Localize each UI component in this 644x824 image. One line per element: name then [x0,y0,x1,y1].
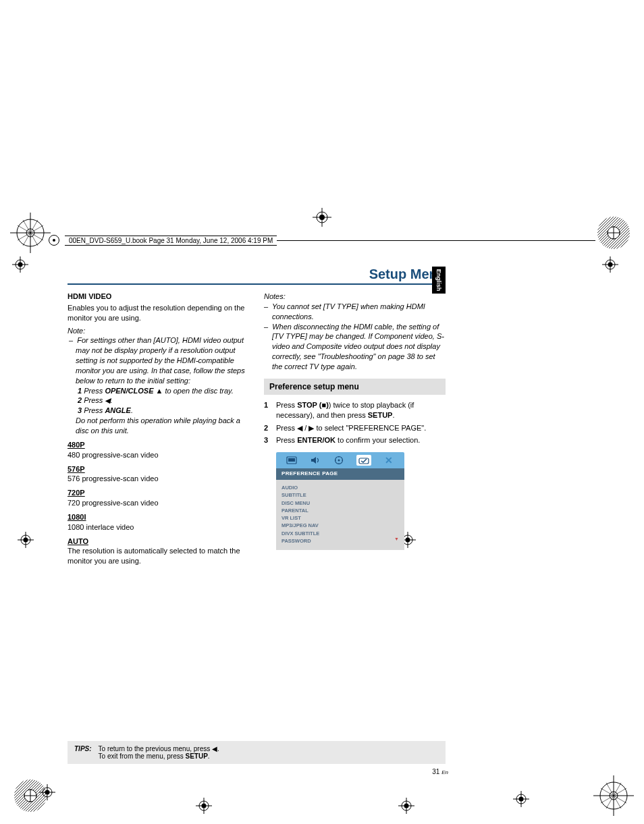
left-column: HDMI VIDEO Enables you to adjust the res… [68,292,249,566]
hdmi-video-desc: Enables you to adjust the resolution dep… [68,303,249,323]
left-arrow-icon: ◀ [297,424,302,432]
step-1: 1 Press STOP (■)) twice to stop playback… [264,400,446,420]
target-icon [49,235,59,246]
reg-bottom-left-2 [39,784,55,800]
audio-tab-icon [309,456,321,465]
res-1080i-h: 1080I [68,512,86,522]
preference-section-heading: Preference setup menu [264,379,446,395]
reg-bottom-right-2 [513,791,529,807]
tips-2-setup: SETUP [186,752,208,760]
osd-item: AUDIO [281,484,399,491]
left-arrow-icon: ◀ [105,396,110,404]
tips-body: To return to the previous menu, press ◀.… [99,745,219,760]
osd-item: SUBTITLE [281,491,399,499]
reg-mid-left-2 [18,532,34,548]
step-3: 3 Press ENTER/OK to confirm your selecti… [264,435,446,445]
res-1080i-t: 1080 interlace video [68,522,249,532]
tips-box: TIPS: To return to the previous menu, pr… [68,741,446,764]
right-note-2: When disconnecting the HDMI cable, the s… [272,323,444,370]
reg-mid-right-1 [602,256,618,273]
osd-tab-bar: ✕ [276,452,404,468]
right-column: Notes: – You cannot set [TV TYPE] when m… [264,292,446,566]
eject-icon: ▲ [156,387,163,395]
s2-b: to select "PREFERENCE PAGE". [314,424,426,432]
reg-bottom-right [593,775,634,816]
reg-mid-left-1 [12,256,28,273]
notes-label: Notes: [264,292,446,302]
general-tab-icon [286,456,298,465]
s3-c: to confirm your selection. [336,436,420,444]
res-576p-h: 576P [68,464,85,474]
tips-1-a: To return to the previous menu, press [99,745,212,752]
osd-item: DISC MENU [281,499,399,507]
reg-mid-top [313,208,331,227]
osd-preference-page: ✕ PREFERENCE PAGE AUDIO SUBTITLE DISC ME… [276,452,404,550]
page-title: Setup Menu [68,267,446,285]
page-content: Setup Menu English HDMI VIDEO Enables yo… [68,267,446,566]
res-480p-h: 480P [68,440,85,450]
scroll-down-icon: ▼ [394,536,399,543]
s1-setup: SETUP [368,411,393,419]
osd-menu-list: AUDIO SUBTITLE DISC MENU PARENTAL VR LIS… [276,480,404,550]
res-480p-t: 480 progressive-scan video [68,450,249,460]
osd-item: DIVX SUBTITLE [281,530,399,537]
s1-stop: STOP [297,401,317,409]
step3-key: ANGLE [105,406,131,414]
note-text: For settings other than [AUTO], HDMI vid… [76,336,245,384]
note-label: Note: [68,326,249,336]
do-not-note: Do not perform this operation while play… [74,416,249,436]
note-body: – For settings other than [AUTO], HDMI v… [68,335,249,435]
s3-enter: ENTER/OK [297,436,336,444]
reg-top-right [593,213,634,253]
osd-item: PARENTAL [281,507,399,514]
s1-dot: . [392,411,394,419]
svg-rect-62 [288,458,295,462]
step-2: 2 Press ◀ / ▶ to select "PREFERENCE PAGE… [264,423,446,433]
res-720p-h: 720P [68,488,85,498]
res-576p-t: 576 progressive-scan video [68,474,249,484]
page-number-suffix: En [441,769,448,775]
book-info-text: 00EN_DVD-S659_U.book Page 31 Monday, Jun… [65,236,277,246]
language-tab-label: English [435,269,442,292]
osd-item: VR LIST [281,514,399,522]
page-number: 31 En [432,768,448,775]
s3-a: Press [276,436,297,444]
res-auto-t: The resolution is automatically selected… [68,546,249,566]
step1-key: OPEN/CLOSE [105,387,153,395]
tips-2-a: To exit from the menu, press [99,752,186,760]
osd-item: PASSWORD▼ [281,537,399,545]
tips-label: TIPS: [74,745,92,760]
language-tab: English [432,267,446,294]
res-720p-t: 720 progressive-scan video [68,498,249,508]
page-number-value: 31 [432,768,439,775]
left-arrow-icon: ◀ [212,745,217,752]
osd-subtitle: PREFERENCE PAGE [276,468,404,480]
step1-suffix: to open the disc tray. [165,387,234,395]
res-auto-h: AUTO [68,537,88,547]
book-info-bar: 00EN_DVD-S659_U.book Page 31 Monday, Jun… [49,235,595,246]
reg-bottom-mid-2 [398,798,414,814]
close-tab-icon: ✕ [383,456,395,465]
preference-tab-icon [356,455,371,466]
osd-item: MP3/JPEG NAV [281,522,399,529]
step1-prefix: Press [84,387,105,395]
right-note-1: You cannot set [TV TYPE] when making HDM… [272,302,425,321]
hdmi-video-heading: HDMI VIDEO [68,292,249,302]
reg-top-left [10,213,51,253]
step2-prefix: Press [84,396,105,404]
step3-prefix: Press [84,406,105,414]
video-tab-icon [333,456,345,465]
svg-point-64 [338,460,340,462]
reg-bottom-mid-1 [196,798,212,814]
tips-1-b: . [217,745,219,752]
s2-a: Press [276,424,297,432]
s1-a: Press [276,401,297,409]
tips-2-c: . [208,752,210,760]
